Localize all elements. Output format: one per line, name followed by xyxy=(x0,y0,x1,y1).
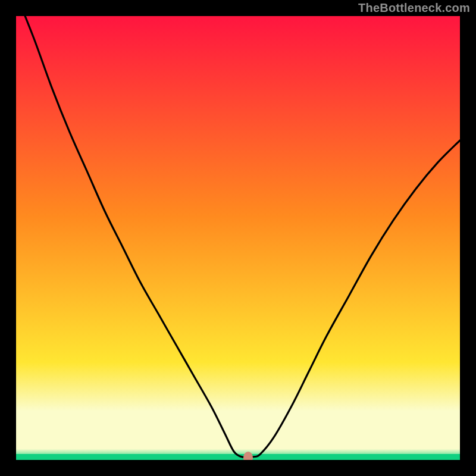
optimal-point-marker xyxy=(243,452,253,460)
watermark-text: TheBottleneck.com xyxy=(358,1,470,15)
bottleneck-curve xyxy=(16,16,460,460)
chart-frame: TheBottleneck.com xyxy=(0,0,476,476)
plot-area xyxy=(16,16,460,460)
